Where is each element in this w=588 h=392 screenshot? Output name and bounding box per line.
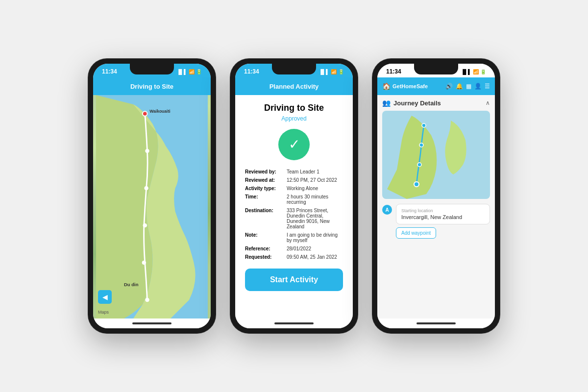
detail-time: Time: 2 hours 30 minutes recurring	[245, 194, 343, 205]
volume-icon[interactable]: 🔊	[445, 83, 453, 90]
nav-bar-2: Planned Activity	[235, 77, 353, 95]
maps-credit: Maps	[98, 310, 109, 315]
start-activity-button[interactable]: Start Activity	[245, 269, 343, 291]
signal-icon-3: ▐▌▌	[461, 69, 471, 74]
back-arrow-icon: ◀	[102, 293, 108, 301]
signal-icon-2: ▐▌▌	[319, 69, 329, 74]
location-row: A Starting location Invercargill, New Ze…	[382, 204, 490, 239]
svg-text:Waikouaiti: Waikouaiti	[149, 109, 170, 114]
back-button[interactable]: ◀	[98, 290, 112, 304]
starting-location-label: Starting location	[401, 208, 485, 213]
phone-2: 11:34 ▐▌▌ 📶 🔋 Planned Activity Driving t…	[230, 59, 358, 333]
svg-text:Du  din: Du din	[124, 282, 139, 287]
ghs-logo-text: GetHomeSafe	[392, 83, 428, 89]
svg-point-2	[146, 149, 149, 153]
battery-icon-2: 🔋	[338, 69, 344, 74]
time-2: 11:34	[244, 68, 259, 75]
detail-note: Note: I am going to be driving by myself	[245, 232, 343, 243]
wifi-icon: 📶	[189, 69, 195, 74]
detail-reviewed-at: Reviewed at: 12:50 PM, 27 Oct 2022	[245, 177, 343, 183]
status-icons-1: ▐▌▌ 📶 🔋	[177, 69, 202, 74]
grid-icon[interactable]: ▦	[466, 83, 471, 90]
nav-bar-1: Driving to Site	[93, 77, 211, 95]
wifi-icon-3: 📶	[473, 69, 479, 74]
activity-title: Driving to Site	[245, 103, 343, 113]
signal-icon: ▐▌▌	[177, 69, 187, 74]
phone-1: 11:34 ▐▌▌ 📶 🔋 Driving to Site	[88, 59, 216, 333]
ghs-navbar: 🏠 GetHomeSafe 🔊 🔔 ▦ 👤 ☰	[377, 77, 495, 95]
status-icons-3: ▐▌▌ 📶 🔋	[461, 69, 486, 74]
time-1: 11:34	[102, 68, 117, 75]
home-indicator-1	[132, 322, 172, 324]
location-marker-a: A	[382, 205, 392, 215]
svg-point-11	[417, 163, 421, 167]
nav-title-2: Planned Activity	[270, 83, 319, 90]
phone-3: 11:34 ▐▌▌ 📶 🔋 🏠 GetHomeSafe 🔊 🔔 ▦ 👤	[372, 59, 500, 333]
home-bar-3	[377, 318, 495, 328]
ghs-toolbar-icons: 🔊 🔔 ▦ 👤 ☰	[445, 83, 490, 90]
planned-activity-content: Driving to Site Approved ✓ Reviewed by: …	[235, 95, 353, 318]
map-view-1[interactable]: Waikouaiti Du din ◀ Maps	[93, 95, 211, 318]
journey-icon: 👥	[382, 99, 391, 107]
map-svg-1: Waikouaiti Du din	[93, 95, 211, 318]
svg-point-1	[143, 111, 147, 116]
detail-activity-type: Activity type: Working Alone	[245, 186, 343, 191]
detail-reference: Reference: 28/01/2022	[245, 246, 343, 251]
journey-map-svg	[382, 111, 490, 199]
journey-title: 👥 Journey Details	[382, 99, 441, 107]
detail-rows: Reviewed by: Team Leader 1 Reviewed at: …	[245, 169, 343, 260]
home-indicator-2	[274, 322, 314, 324]
phones-container: 11:34 ▐▌▌ 📶 🔋 Driving to Site	[78, 49, 510, 343]
home-indicator-3	[416, 322, 456, 324]
checkmark-icon: ✓	[289, 138, 300, 151]
starting-location-field[interactable]: Starting location Invercargill, New Zeal…	[396, 204, 490, 224]
time-3: 11:34	[386, 68, 401, 75]
svg-point-5	[142, 261, 146, 265]
battery-icon: 🔋	[196, 69, 202, 74]
bell-icon[interactable]: 🔔	[456, 83, 463, 90]
add-waypoint-button[interactable]: Add waypoint	[396, 227, 436, 239]
menu-icon[interactable]: ☰	[485, 83, 490, 90]
starting-location-value: Invercargill, New Zealand	[401, 214, 485, 220]
journey-title-text: Journey Details	[393, 99, 441, 107]
profile-icon[interactable]: 👤	[474, 83, 482, 90]
detail-requested: Requested: 09:50 AM, 25 Jan 2022	[245, 254, 343, 260]
home-bar-1	[93, 318, 211, 328]
svg-point-10	[414, 182, 419, 187]
detail-destination: Destination: 333 Princes Street, Dunedin…	[245, 208, 343, 229]
detail-reviewed-by: Reviewed by: Team Leader 1	[245, 169, 343, 174]
svg-point-6	[146, 298, 149, 302]
notch-1	[130, 64, 174, 74]
journey-header: 👥 Journey Details ∧	[382, 99, 490, 107]
activity-status-badge: Approved	[245, 115, 343, 122]
journey-map-thumbnail[interactable]	[382, 111, 490, 199]
nav-title-1: Driving to Site	[130, 83, 173, 90]
svg-point-4	[143, 223, 147, 227]
chevron-up-icon[interactable]: ∧	[486, 99, 490, 106]
approval-check-circle: ✓	[278, 129, 310, 160]
ghs-logo-icon: 🏠	[382, 82, 391, 90]
wifi-icon-2: 📶	[331, 69, 337, 74]
svg-point-13	[422, 123, 426, 127]
home-bar-2	[235, 318, 353, 328]
svg-point-12	[419, 143, 423, 147]
journey-section: 👥 Journey Details ∧	[377, 95, 495, 318]
notch-3	[414, 64, 458, 74]
notch-2	[272, 64, 316, 74]
ghs-logo: 🏠 GetHomeSafe	[382, 82, 428, 90]
status-icons-2: ▐▌▌ 📶 🔋	[319, 69, 344, 74]
battery-icon-3: 🔋	[480, 69, 486, 74]
svg-point-3	[145, 186, 148, 190]
